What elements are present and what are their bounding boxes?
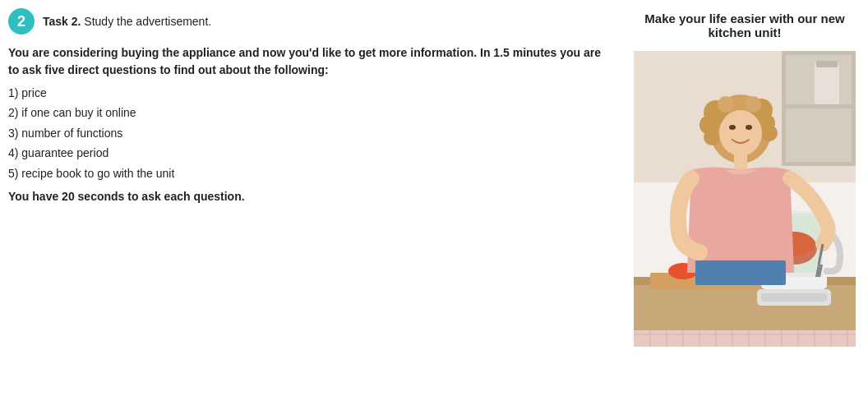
svg-point-29	[745, 96, 761, 113]
task-title-text: Study the advertisement.	[81, 15, 211, 28]
task-footer: You have 20 seconds to ask each question…	[8, 187, 613, 205]
task-body: You are considering buying the appliance…	[8, 44, 613, 205]
task-number: 2	[17, 13, 25, 30]
task-header: 2 Task 2. Study the advertisement.	[8, 8, 613, 35]
svg-rect-5	[815, 63, 839, 104]
task-number-circle: 2	[8, 8, 35, 35]
svg-rect-35	[734, 154, 747, 171]
kitchen-scene-svg	[634, 51, 856, 347]
svg-point-31	[704, 129, 720, 145]
ad-title: Make your life easier with our new kitch…	[630, 8, 860, 43]
svg-point-32	[719, 110, 762, 156]
svg-rect-40	[695, 260, 786, 285]
svg-rect-22	[761, 293, 827, 302]
list-item: 3) number of functions	[8, 124, 613, 142]
ad-image-container	[634, 51, 856, 347]
task-list: 1) price 2) if one can buy it online 3) …	[8, 84, 613, 182]
task-title-bold: Task 2.	[43, 15, 81, 28]
list-item: 2) if one can buy it online	[8, 104, 613, 122]
svg-rect-4	[786, 108, 852, 162]
svg-point-30	[761, 125, 778, 141]
list-item: 5) recipe book to go with the unit	[8, 164, 613, 182]
svg-point-28	[718, 96, 734, 113]
svg-point-33	[729, 125, 736, 130]
svg-point-34	[746, 125, 752, 130]
task-title: Task 2. Study the advertisement.	[43, 15, 211, 28]
list-item: 4) guarantee period	[8, 144, 613, 162]
svg-rect-6	[816, 61, 838, 67]
left-section: 2 Task 2. Study the advertisement. You a…	[8, 8, 630, 411]
task-intro: You are considering buying the appliance…	[8, 44, 613, 79]
page-container: 2 Task 2. Study the advertisement. You a…	[0, 0, 868, 419]
list-item: 1) price	[8, 84, 613, 102]
right-section: Make your life easier with our new kitch…	[630, 8, 860, 411]
